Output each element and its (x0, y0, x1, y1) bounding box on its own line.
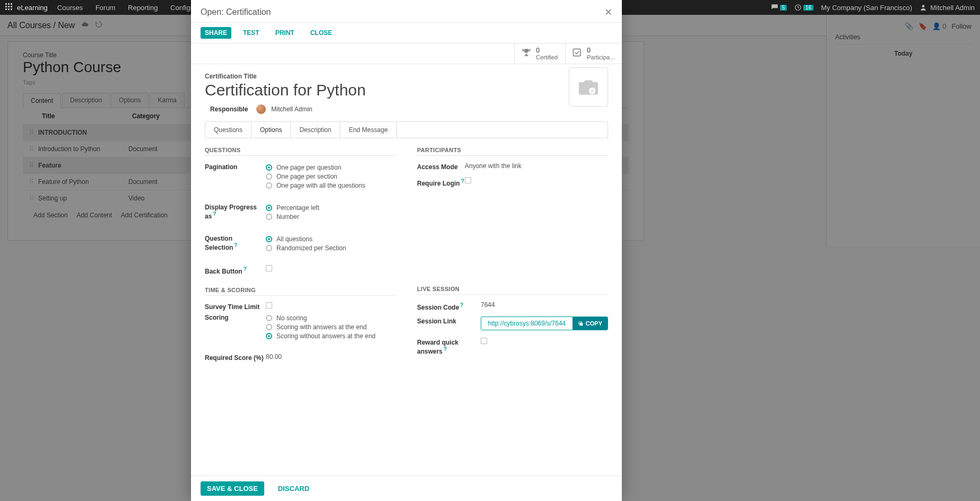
cert-title-label: Certification Title (205, 73, 608, 80)
close-icon[interactable]: ✕ (604, 6, 612, 18)
svg-rect-5 (11, 6, 12, 7)
svg-rect-2 (11, 3, 12, 5)
pagination-opt3[interactable]: One page with all the questions (266, 182, 396, 189)
test-button[interactable]: TEST (239, 27, 264, 39)
activities-icon[interactable]: 16 (794, 4, 813, 11)
radio-icon (266, 245, 272, 246)
svg-rect-8 (11, 8, 12, 10)
print-button[interactable]: PRINT (271, 27, 299, 39)
share-button[interactable]: SHARE (201, 27, 231, 39)
radio-icon (266, 205, 272, 211)
radio-icon (266, 182, 272, 189)
section-participants: PARTICIPANTS (417, 147, 608, 156)
access-mode-label: Access Mode (417, 162, 465, 171)
access-mode-value[interactable]: Anyone with the link (465, 162, 608, 170)
user-name: Mitchell Admin (930, 4, 975, 12)
question-selection-opt2[interactable]: Randomized per Section (266, 244, 396, 246)
help-icon[interactable]: ? (234, 242, 237, 246)
apps-icon[interactable] (5, 3, 13, 12)
certification-modal: Open: Certification ✕ SHARE TEST PRINT C… (191, 0, 622, 246)
company-name[interactable]: My Company (San Francisco) (821, 4, 912, 12)
help-icon[interactable]: ? (213, 211, 216, 217)
avatar (256, 104, 266, 114)
pagination-label: Pagination (205, 162, 266, 171)
radio-icon (266, 214, 272, 220)
pagination-opt2[interactable]: One page per section (266, 173, 396, 180)
check-icon (572, 47, 583, 60)
svg-rect-6 (5, 8, 7, 10)
svg-rect-4 (8, 6, 10, 7)
itab-endmessage[interactable]: End Message (340, 122, 396, 138)
cert-title[interactable]: Certification for Python (205, 81, 608, 99)
display-progress-label: Display Progress as? (205, 203, 266, 220)
help-icon[interactable]: ? (461, 178, 464, 184)
user-avatar[interactable]: Mitchell Admin (920, 4, 975, 12)
itab-questions[interactable]: Questions (205, 122, 251, 138)
svg-rect-11 (574, 49, 580, 56)
image-placeholder[interactable]: + (569, 67, 608, 107)
itab-options[interactable]: Options (251, 122, 291, 138)
radio-icon (266, 173, 272, 180)
svg-rect-7 (8, 8, 10, 10)
svg-rect-0 (5, 3, 7, 5)
messaging-icon[interactable]: 5 (771, 4, 787, 11)
messages-count: 5 (780, 5, 787, 11)
itab-description[interactable]: Description (291, 122, 340, 138)
svg-rect-3 (5, 6, 7, 7)
require-login-label: Require Login? (417, 177, 465, 187)
svg-text:+: + (591, 87, 594, 94)
responsible-label: Responsible (210, 106, 248, 113)
display-progress-opt2[interactable]: Number (266, 213, 396, 221)
menu-reporting[interactable]: Reporting (128, 4, 158, 12)
section-questions: QUESTIONS (205, 147, 396, 156)
display-progress-opt1[interactable]: Percentage left (266, 204, 396, 212)
close-button[interactable]: CLOSE (306, 27, 336, 39)
activities-count: 16 (803, 5, 813, 11)
responsible-value[interactable]: Mitchell Admin (271, 106, 312, 113)
menu-courses[interactable]: Courses (57, 4, 83, 12)
require-login-checkbox[interactable] (465, 177, 471, 183)
menu-forum[interactable]: Forum (96, 4, 116, 12)
pagination-opt1[interactable]: One page per question (266, 164, 396, 171)
question-selection-opt1[interactable]: All questions (266, 235, 396, 243)
svg-rect-1 (8, 3, 10, 5)
radio-icon (266, 236, 272, 242)
inner-tabs: Questions Options Description End Messag… (205, 121, 608, 138)
svg-point-10 (922, 5, 925, 7)
trophy-icon (521, 47, 532, 60)
modal-title: Open: Certification (201, 7, 271, 17)
certified-stat[interactable]: 0Certified (514, 43, 565, 64)
radio-icon (266, 164, 272, 171)
participants-stat[interactable]: 0Participa… (565, 43, 622, 64)
question-selection-label: Question Selection? (205, 234, 266, 246)
brand-name[interactable]: eLearning (17, 4, 48, 12)
